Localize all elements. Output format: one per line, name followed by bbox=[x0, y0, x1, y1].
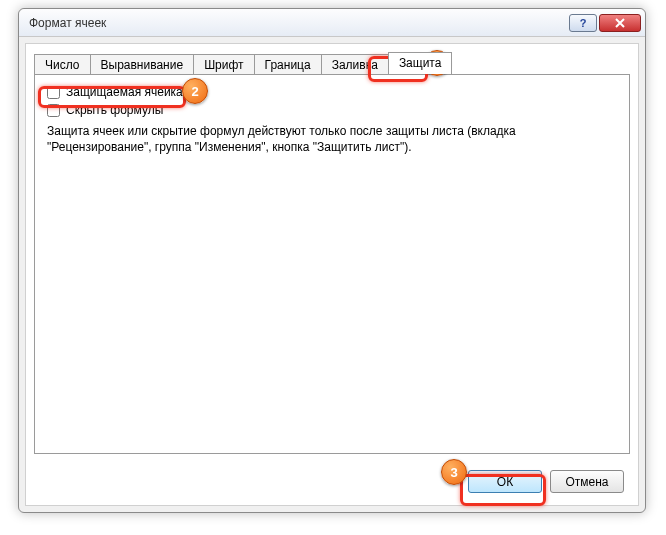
ok-button[interactable]: ОК bbox=[468, 470, 542, 493]
hide-formulas-row: Скрыть формулы bbox=[47, 103, 617, 117]
tab-protection-panel: Защищаемая ячейка Скрыть формулы Защита … bbox=[34, 74, 630, 454]
help-icon: ? bbox=[580, 17, 587, 29]
close-icon bbox=[615, 18, 625, 28]
tab-protection[interactable]: Защита bbox=[388, 52, 453, 74]
client-area: Число Выравнивание Шрифт Граница Заливка… bbox=[25, 43, 639, 506]
locked-cell-label[interactable]: Защищаемая ячейка bbox=[66, 85, 183, 99]
titlebar: Формат ячеек ? bbox=[19, 9, 645, 37]
tab-alignment[interactable]: Выравнивание bbox=[90, 54, 195, 75]
tab-number[interactable]: Число bbox=[34, 54, 91, 75]
cancel-button[interactable]: Отмена bbox=[550, 470, 624, 493]
window-title: Формат ячеек bbox=[29, 16, 567, 30]
tab-border[interactable]: Граница bbox=[254, 54, 322, 75]
locked-cell-row: Защищаемая ячейка bbox=[47, 85, 617, 99]
locked-cell-checkbox[interactable] bbox=[47, 86, 60, 99]
hide-formulas-label[interactable]: Скрыть формулы bbox=[66, 103, 163, 117]
tab-font[interactable]: Шрифт bbox=[193, 54, 254, 75]
format-cells-dialog: Формат ячеек ? Число Выравнивание Шрифт … bbox=[18, 8, 646, 513]
help-button[interactable]: ? bbox=[569, 14, 597, 32]
hide-formulas-checkbox[interactable] bbox=[47, 104, 60, 117]
protection-description: Защита ячеек или скрытие формул действую… bbox=[47, 123, 617, 155]
tab-fill[interactable]: Заливка bbox=[321, 54, 389, 75]
close-button[interactable] bbox=[599, 14, 641, 32]
dialog-buttons: ОК Отмена bbox=[26, 462, 638, 505]
tab-strip: Число Выравнивание Шрифт Граница Заливка… bbox=[34, 52, 630, 74]
